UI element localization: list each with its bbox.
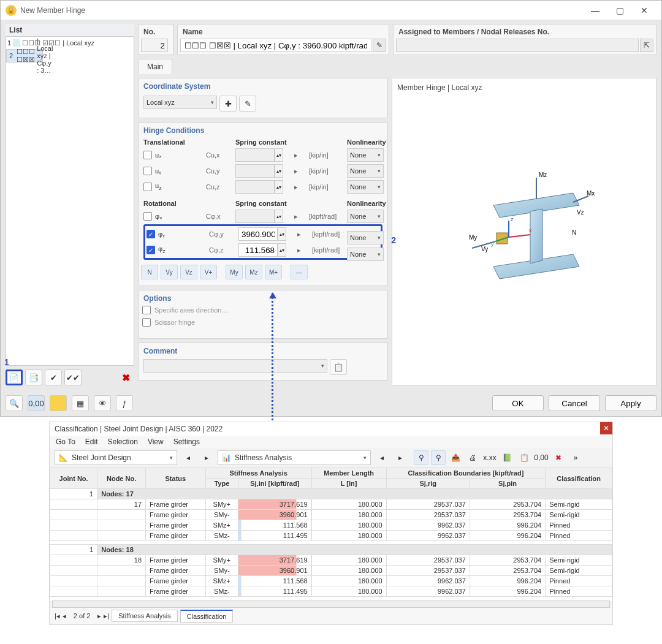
phix-more-icon[interactable]: ▸ bbox=[292, 210, 300, 223]
combo-prev-icon[interactable]: ◂ bbox=[181, 450, 196, 465]
coord-new-icon[interactable]: ✚ bbox=[219, 96, 237, 112]
horizontal-scrollbar[interactable] bbox=[52, 600, 610, 608]
menu-settings[interactable]: Settings bbox=[173, 438, 200, 446]
ux-checkbox[interactable] bbox=[143, 151, 152, 159]
maximize-button[interactable]: ▢ bbox=[607, 2, 632, 19]
script-icon[interactable]: ƒ bbox=[116, 395, 133, 411]
hinge-3d-icon: Mz Vz Mx N My Vy x y z bbox=[451, 169, 598, 303]
nav-last-icon[interactable]: ▸| bbox=[104, 612, 109, 620]
uz-more-icon[interactable]: ▸ bbox=[292, 180, 300, 194]
preview-3d-view[interactable]: Mz Vz Mx N My Vy x y z bbox=[397, 92, 651, 380]
uz-nonlin-select[interactable]: None▾ bbox=[347, 180, 384, 194]
mymz-preset-icon[interactable]: M+ bbox=[265, 265, 282, 279]
class-close-button[interactable]: ✕ bbox=[600, 422, 612, 434]
phix-nonlin-select[interactable]: None▾ bbox=[347, 210, 384, 223]
menu-selection[interactable]: Selection bbox=[108, 438, 138, 446]
uy-nonlin-select[interactable]: None▾ bbox=[347, 164, 384, 178]
more-icon[interactable]: » bbox=[568, 450, 583, 465]
copy-icon[interactable]: 📋 bbox=[517, 450, 531, 465]
table-row[interactable]: Frame girderSMz-111.495180.0009962.03799… bbox=[50, 586, 612, 597]
excel-icon[interactable]: 📗 bbox=[500, 450, 514, 465]
classification-table[interactable]: Joint No. Node No. Status Stiffness Anal… bbox=[50, 468, 612, 600]
phiz-nonlin-select[interactable]: None▾ bbox=[347, 248, 384, 261]
export-icon[interactable]: 📤 bbox=[448, 450, 463, 465]
phiz-value[interactable] bbox=[238, 243, 278, 257]
combo2-prev-icon[interactable]: ◂ bbox=[375, 450, 389, 465]
phiz-checkbox[interactable]: ✓ bbox=[146, 246, 155, 254]
pick-member-icon[interactable]: ⇱ bbox=[640, 39, 653, 52]
table-icon[interactable]: ▦ bbox=[72, 395, 89, 411]
no-input[interactable] bbox=[141, 39, 168, 52]
phix-checkbox[interactable] bbox=[143, 212, 152, 221]
tab-main[interactable]: Main bbox=[138, 59, 172, 74]
n-preset-icon[interactable]: N bbox=[141, 265, 158, 279]
format-icon[interactable]: x.xx bbox=[482, 450, 497, 465]
tab-classification[interactable]: Classification bbox=[180, 610, 234, 623]
list-item-2[interactable]: 2 ☐☐☐ ☐☒☒ | Local xyz | Cφ,y : 3… bbox=[6, 49, 43, 63]
ux-more-icon[interactable]: ▸ bbox=[292, 148, 300, 162]
phiy-nonlin-select[interactable]: None▾ bbox=[347, 231, 384, 244]
delete2-icon[interactable]: ✖ bbox=[551, 450, 566, 465]
table-row[interactable]: 18Frame girderSMy+3717.619180.00029537.0… bbox=[50, 555, 612, 566]
vz-preset-icon[interactable]: Vz bbox=[180, 265, 197, 279]
vy-preset-icon[interactable]: Vy bbox=[161, 265, 178, 279]
menu-view[interactable]: View bbox=[148, 438, 164, 446]
edit-name-icon[interactable]: ✎ bbox=[373, 39, 386, 52]
my-preset-icon[interactable]: My bbox=[226, 265, 243, 279]
uy-checkbox[interactable] bbox=[143, 167, 152, 175]
ok-button[interactable]: OK bbox=[492, 395, 544, 411]
table-row[interactable]: Frame girderSMy-3960.901180.00029537.037… bbox=[50, 510, 612, 520]
vyvz-preset-icon[interactable]: V+ bbox=[200, 265, 217, 279]
ux-nonlin-select[interactable]: None▾ bbox=[347, 148, 384, 162]
table-row[interactable]: 17Frame girderSMy+3717.619180.00029537.0… bbox=[50, 499, 612, 510]
new-item-button[interactable]: 📄 bbox=[6, 369, 23, 385]
color-icon[interactable] bbox=[50, 395, 67, 411]
phiy-value[interactable] bbox=[238, 227, 278, 241]
delete-button[interactable]: ✖ bbox=[117, 369, 134, 385]
comment-library-icon[interactable]: 📋 bbox=[330, 359, 347, 375]
comment-input[interactable]: ▾ bbox=[143, 359, 327, 373]
mz-preset-icon[interactable]: Mz bbox=[245, 265, 262, 279]
phiy-more-icon[interactable]: ▸ bbox=[295, 227, 303, 241]
clear-preset-icon[interactable]: — bbox=[291, 265, 308, 279]
uy-more-icon[interactable]: ▸ bbox=[292, 164, 300, 178]
table-row[interactable]: Frame girderSMz+111.568180.0009962.03799… bbox=[50, 576, 612, 586]
table-row[interactable]: Frame girderSMy-3960.901180.00029537.037… bbox=[50, 566, 612, 576]
cancel-button[interactable]: Cancel bbox=[549, 395, 600, 411]
filter-icon[interactable]: ⚲ bbox=[414, 450, 428, 465]
units2-icon[interactable]: 0,00 bbox=[534, 450, 549, 465]
phiz-more-icon[interactable]: ▸ bbox=[295, 243, 303, 257]
list-body[interactable]: 1 ☐☐☐ ☑☑☐ | Local xyz 2 ☐☐☐ ☐☒☒ | Local … bbox=[6, 36, 134, 366]
check-button[interactable]: ✔ bbox=[45, 369, 62, 385]
check-all-button[interactable]: ✔✔ bbox=[64, 369, 82, 385]
units-icon[interactable]: 0,00 bbox=[28, 395, 45, 411]
filter2-icon[interactable]: ⚲ bbox=[431, 450, 446, 465]
coord-select[interactable]: Local xyz▾ bbox=[143, 96, 217, 109]
nav-next-icon[interactable]: ▸ bbox=[97, 612, 101, 620]
print-icon[interactable]: 🖨 bbox=[465, 450, 480, 465]
name-input[interactable] bbox=[180, 39, 371, 52]
combo-analysis[interactable]: 📊Stiffness Analysis▾ bbox=[218, 450, 371, 465]
combo-design[interactable]: 📐Steel Joint Design▾ bbox=[55, 450, 177, 465]
menu-edit[interactable]: Edit bbox=[85, 438, 98, 446]
view-icon[interactable]: 👁 bbox=[94, 395, 111, 411]
close-button[interactable]: ✕ bbox=[632, 2, 656, 19]
table-row[interactable]: Frame girderSMz-111.495180.0009962.03799… bbox=[50, 531, 612, 541]
uz-checkbox[interactable] bbox=[143, 183, 152, 191]
table-row[interactable]: Frame girderSMz+111.568180.0009962.03799… bbox=[50, 520, 612, 531]
nav-first-icon[interactable]: |◂ bbox=[55, 612, 60, 620]
tab-stiffness[interactable]: Stiffness Analysis bbox=[112, 610, 177, 622]
coord-edit-icon[interactable]: ✎ bbox=[239, 96, 256, 112]
list-item-1[interactable]: 1 ☐☐☐ ☑☑☐ | Local xyz bbox=[6, 37, 134, 49]
apply-button[interactable]: Apply bbox=[605, 395, 656, 411]
svg-line-7 bbox=[509, 235, 530, 237]
help-icon[interactable]: 🔍 bbox=[6, 395, 23, 411]
combo-next-icon[interactable]: ▸ bbox=[199, 450, 214, 465]
assigned-input[interactable] bbox=[396, 39, 639, 52]
nav-prev-icon[interactable]: ◂ bbox=[63, 612, 66, 620]
menu-goto[interactable]: Go To bbox=[56, 438, 75, 446]
copy-item-button[interactable]: 📑 bbox=[25, 369, 42, 385]
combo2-next-icon[interactable]: ▸ bbox=[393, 450, 408, 465]
minimize-button[interactable]: — bbox=[583, 2, 607, 19]
phiy-checkbox[interactable]: ✓ bbox=[146, 230, 155, 238]
